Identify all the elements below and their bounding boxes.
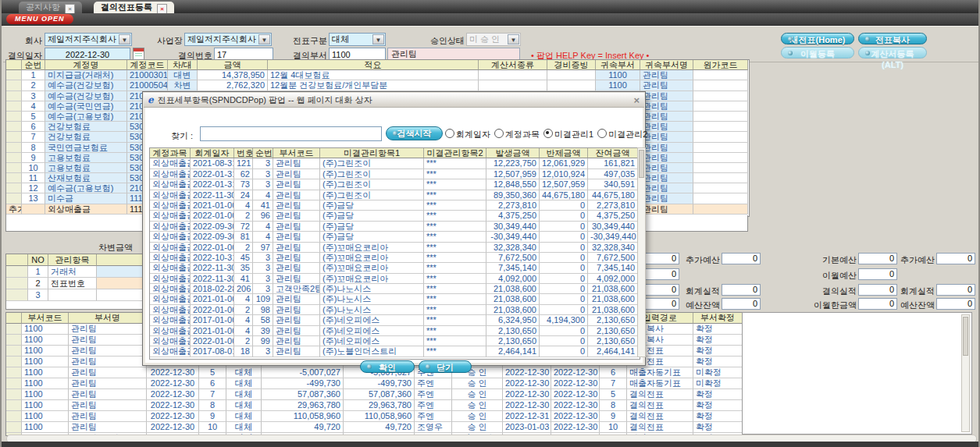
- cell: 매출자동기표: [627, 367, 693, 378]
- table-row[interactable]: 외상매출금2022-01-00296관리팀(주)금당***4,375,25004…: [150, 211, 640, 221]
- cell: 관리팀: [273, 190, 320, 200]
- site-select[interactable]: 제일저지주식회사▼: [184, 33, 272, 46]
- slip-type-select[interactable]: 대체▼: [329, 33, 386, 46]
- column-header: 차/대: [168, 60, 198, 70]
- table-row[interactable]: 외상매출금2021-01-00439관리팀(주)네오피에스***2,130,65…: [150, 326, 640, 336]
- radio-option-회계일자[interactable]: 회계일자: [445, 129, 490, 140]
- cell: (주)꼬매요코리아: [320, 274, 424, 284]
- cell: [6, 183, 22, 193]
- radio-icon[interactable]: [543, 129, 553, 138]
- menu-strip: MENU OPEN: [2, 13, 978, 26]
- cell: [6, 143, 22, 153]
- cell: 1100: [22, 346, 69, 357]
- cell: 8: [199, 400, 226, 411]
- cell: 확정: [693, 411, 743, 422]
- table-row[interactable]: 외상매출금2022-10-31453관리팀(주)꼬매요코리아***7,672,5…: [150, 253, 640, 263]
- close-icon[interactable]: ×: [633, 94, 640, 108]
- radio-icon[interactable]: [597, 129, 607, 138]
- confirm-button[interactable]: 확인: [360, 360, 415, 373]
- cell: [6, 266, 28, 278]
- new-slip-button[interactable]: 새전표(Home): [781, 33, 854, 44]
- cell: [6, 173, 22, 183]
- table-row[interactable]: 1미지급금(거래처)21000301대변14,378,95012월 4대보험료1…: [6, 70, 749, 80]
- scrollbar-thumb[interactable]: [639, 150, 644, 178]
- column-header: 부서확정: [693, 313, 743, 324]
- cell: 2022-01-31: [191, 179, 234, 190]
- table-row[interactable]: 1100관리팀2022-12-306대체-499,730-499,730주엔승 …: [6, 378, 743, 389]
- table-row[interactable]: 1100관리팀2022-12-3010대체49,72049,720조영우승 인2…: [6, 422, 743, 433]
- table-row[interactable]: 외상매출금2022-09-30814관리팀(주)금당***-30,349,440…: [150, 232, 640, 242]
- popup-dialog: e전표세부항목(SPNDCDPop) 팝업 -- 웹 페이지 대화 상자× 찾기…: [142, 91, 646, 366]
- cell: 12,507,959: [540, 179, 588, 190]
- cell: 2023-01-03: [503, 422, 551, 433]
- chevron-down-icon[interactable]: ▼: [372, 34, 384, 44]
- table-row[interactable]: 외상매출금2021-01-004109관리팀(주)나노시스***21,038,6…: [150, 294, 640, 304]
- close-button[interactable]: 닫기: [419, 360, 472, 373]
- table-row[interactable]: 2예수금(건강보험)21000504차변2,762,32012월분 건강보험료/…: [6, 80, 749, 90]
- search-input[interactable]: [200, 126, 382, 141]
- copy-slip-button[interactable]: 전표복사: [858, 33, 927, 44]
- radio-icon[interactable]: [445, 129, 454, 138]
- table-row[interactable]: 외상매출금2022-11-30244관리팀(주)그린조이***89,350,36…: [150, 190, 640, 200]
- radio-option-미결관리1[interactable]: 미결관리1: [543, 129, 593, 140]
- radio-option-계정과목[interactable]: 계정과목: [494, 129, 540, 140]
- invoice-button: 계산서등록(ALT): [858, 47, 927, 59]
- popup-title-bar[interactable]: e전표세부항목(SPNDCDPop) 팝업 -- 웹 페이지 대화 상자×: [144, 93, 644, 108]
- tab-slip-register[interactable]: 결의전표등록×: [94, 2, 174, 13]
- cell: 3: [22, 91, 45, 101]
- chevron-down-icon[interactable]: ▼: [119, 34, 130, 44]
- calendar-icon[interactable]: [133, 48, 144, 60]
- chevron-down-icon[interactable]: ▼: [258, 34, 270, 44]
- cell: 121: [234, 158, 253, 169]
- table-row[interactable]: 외상매출금2018-02-282063고객만족2팀(J2(주)나노시스***21…: [150, 284, 640, 294]
- cell: 거래처: [48, 266, 97, 278]
- radio-icon[interactable]: [494, 129, 504, 138]
- table-row[interactable]: 외상매출금2022-11-30353관리팀(주)꼬매요코리아***7,345,1…: [150, 263, 640, 273]
- table-row[interactable]: 외상매출금2022-01-00299관리팀(주)네오피에스***2,130,65…: [150, 336, 640, 346]
- cell: 1100: [22, 422, 69, 433]
- table-row[interactable]: 외상매출금2022-01-00297관리팀(주)꼬매요코리아***32,328,…: [150, 243, 640, 253]
- search-button[interactable]: 검색시작: [386, 126, 443, 140]
- table-row[interactable]: 외상매출금2021-01-00441관리팀(주)금당***2,273,81002…: [150, 200, 640, 211]
- cell: 2: [28, 278, 48, 289]
- tab-notice[interactable]: 공지사항×: [19, 2, 82, 13]
- cell: 2,273,810: [486, 200, 540, 211]
- budget-field-label: 이월한금액: [814, 300, 857, 311]
- cell: 조영우: [415, 422, 452, 433]
- cell: [479, 70, 547, 80]
- table-row[interactable]: 1100관리팀2022-12-309대체110,058,960110,058,9…: [6, 411, 743, 422]
- table-row[interactable]: 1100관리팀2022-12-307대체57,087,36057,087,360…: [6, 389, 743, 400]
- radio-label: 미결관리1: [554, 129, 593, 139]
- radio-option-미결관리2[interactable]: 미결관리2: [597, 129, 647, 140]
- cell: 81: [234, 232, 253, 242]
- popup-scrollbar[interactable]: [637, 147, 646, 357]
- table-row[interactable]: 외상매출금2022-01-00298관리팀(주)나노시스***21,038,60…: [150, 305, 640, 315]
- table-row[interactable]: 외상매출금2017-08-01183관리팀(주)노블인더스트리***2,464,…: [150, 346, 640, 357]
- cell: (주)그린조이: [320, 190, 424, 200]
- cell: 4: [253, 232, 273, 242]
- table-row[interactable]: 외상매출금2017-01-00458관리팀(주)네오피에스***6,324,95…: [150, 315, 640, 325]
- table-row[interactable]: 외상매출금2022-09-30724관리팀(주)금당***30,349,4400…: [150, 222, 640, 232]
- cell: 관리팀: [69, 357, 147, 367]
- cell: ***: [424, 169, 486, 179]
- button-label: 계산서등록(ALT): [871, 49, 914, 69]
- cell: (주)꼬매요코리아: [320, 263, 424, 273]
- table-row[interactable]: 외상매출금2022-11-30413관리팀(주)꼬매요코리아***4,092,0…: [150, 274, 640, 284]
- button-label: 새전표(Home): [790, 35, 846, 44]
- cell: ***: [424, 284, 486, 294]
- cell: 2022-12-31: [503, 411, 551, 422]
- table-row[interactable]: 외상매출금2022-01-31623관리팀(주)그린조이***12,507,95…: [150, 169, 640, 179]
- company-select[interactable]: 제일저지주식회사▼: [45, 33, 132, 46]
- cell: 2: [234, 305, 253, 315]
- table-row[interactable]: 외상매출금2022-01-31733관리팀(주)그린조이***12,848,55…: [150, 179, 640, 190]
- menu-open-badge[interactable]: MENU OPEN: [6, 14, 73, 24]
- table-row[interactable]: 1100관리팀2022-12-308대체29,963,78029,963,780…: [6, 400, 743, 411]
- table-row[interactable]: 외상매출금2021-08-311213관리팀(주)그린조이***12,223,7…: [150, 158, 640, 169]
- vertical-scrollbar[interactable]: [961, 314, 970, 432]
- scrollbar-thumb[interactable]: [963, 317, 968, 356]
- cell: 7: [22, 132, 45, 142]
- button-label: 확인: [379, 363, 396, 372]
- cell: ***: [424, 294, 486, 304]
- cell: 3: [28, 289, 48, 301]
- cell: [547, 70, 596, 80]
